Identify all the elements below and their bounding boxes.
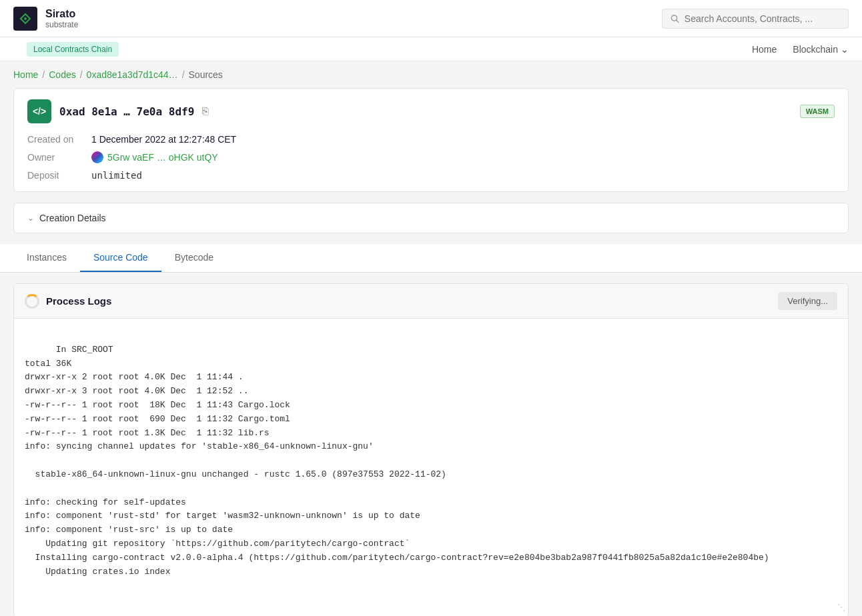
resize-handle[interactable]: ⋱ bbox=[837, 602, 845, 615]
nav-blockchain[interactable]: Blockchain ⌄ bbox=[793, 44, 849, 55]
top-nav: Home Blockchain ⌄ bbox=[752, 44, 849, 55]
owner-row: Owner 5Grw vaEF … oHGK utQY bbox=[27, 151, 835, 163]
contract-hash: 0xad 8e1a … 7e0a 8df9 bbox=[59, 105, 194, 118]
contract-card: </> 0xad 8e1a … 7e0a 8df9 ⎘ WASM Created… bbox=[13, 88, 849, 192]
owner-address: 5Grw vaEF … oHGK utQY bbox=[107, 152, 218, 163]
breadcrumb-home[interactable]: Home bbox=[13, 69, 38, 80]
logs-header: Process Logs Verifying... bbox=[14, 284, 848, 319]
tab-source-code[interactable]: Source Code bbox=[80, 244, 161, 272]
owner-avatar bbox=[91, 151, 103, 163]
nav-home[interactable]: Home bbox=[752, 44, 777, 55]
page-content: Home / Codes / 0xad8e1a3d7d1c44… / Sourc… bbox=[0, 61, 862, 616]
breadcrumb: Home / Codes / 0xad8e1a3d7d1c44… / Sourc… bbox=[0, 61, 862, 88]
search-input[interactable] bbox=[685, 13, 840, 24]
breadcrumb-sep-2: / bbox=[80, 69, 83, 80]
logs-content: In SRC_ROOT total 36K drwxr-xr-x 2 root … bbox=[14, 319, 848, 616]
breadcrumb-sep-1: / bbox=[42, 69, 45, 80]
breadcrumb-hash[interactable]: 0xad8e1a3d7d1c44… bbox=[87, 69, 178, 80]
deposit-value: unlimited bbox=[91, 170, 142, 181]
wasm-badge: WASM bbox=[800, 105, 835, 118]
copy-icon[interactable]: ⎘ bbox=[202, 105, 209, 117]
contract-id-row: </> 0xad 8e1a … 7e0a 8df9 ⎘ bbox=[27, 99, 209, 123]
deposit-label: Deposit bbox=[27, 170, 81, 181]
tabs-container: Instances Source Code Bytecode bbox=[0, 244, 862, 273]
deposit-row: Deposit unlimited bbox=[27, 170, 835, 181]
search-box[interactable] bbox=[662, 9, 849, 29]
svg-line-2 bbox=[677, 20, 679, 22]
contract-header: </> 0xad 8e1a … 7e0a 8df9 ⎘ WASM bbox=[27, 99, 835, 123]
created-on-label: Created on bbox=[27, 134, 81, 145]
created-on-value: 1 December 2022 at 12:27:48 CET bbox=[91, 134, 236, 145]
contract-info: Created on 1 December 2022 at 12:27:48 C… bbox=[27, 134, 835, 181]
header: Sirato substrate bbox=[0, 0, 862, 37]
header-right bbox=[662, 9, 849, 29]
tabs: Instances Source Code Bytecode bbox=[13, 244, 849, 272]
header-left: Sirato substrate bbox=[13, 7, 78, 31]
chevron-down-icon: ⌄ bbox=[841, 44, 849, 55]
brand-sub: substrate bbox=[45, 20, 78, 29]
svg-point-0 bbox=[24, 17, 27, 20]
created-on-row: Created on 1 December 2022 at 12:27:48 C… bbox=[27, 134, 835, 145]
code-icon: </> bbox=[27, 99, 51, 123]
breadcrumb-current: Sources bbox=[189, 69, 223, 80]
chevron-down-icon: ⌄ bbox=[27, 213, 34, 223]
chain-badge-container: Local Contracts Chain bbox=[13, 37, 132, 62]
verifying-button[interactable]: Verifying... bbox=[778, 292, 837, 310]
top-bar: Local Contracts Chain Home Blockchain ⌄ bbox=[0, 37, 862, 61]
logs-title-row: Process Logs bbox=[25, 294, 111, 309]
loading-spinner bbox=[25, 294, 39, 309]
process-logs-section: Process Logs Verifying... In SRC_ROOT to… bbox=[13, 283, 849, 616]
owner-label: Owner bbox=[27, 152, 81, 163]
brand-info: Sirato substrate bbox=[45, 7, 78, 29]
search-icon bbox=[671, 14, 679, 23]
logs-text: In SRC_ROOT total 36K drwxr-xr-x 2 root … bbox=[25, 345, 769, 577]
code-icon-text: </> bbox=[33, 106, 46, 117]
logo bbox=[13, 7, 37, 31]
tab-instances[interactable]: Instances bbox=[13, 244, 80, 272]
chain-badge: Local Contracts Chain bbox=[27, 42, 119, 57]
breadcrumb-sep-3: / bbox=[182, 69, 185, 80]
creation-details-label: Creation Details bbox=[39, 213, 106, 223]
brand-name: Sirato bbox=[45, 7, 78, 20]
breadcrumb-codes[interactable]: Codes bbox=[49, 69, 75, 80]
tab-bytecode[interactable]: Bytecode bbox=[161, 244, 227, 272]
logs-title: Process Logs bbox=[46, 295, 111, 307]
creation-details[interactable]: ⌄ Creation Details bbox=[13, 203, 849, 233]
blockchain-label: Blockchain bbox=[793, 44, 838, 55]
owner-value[interactable]: 5Grw vaEF … oHGK utQY bbox=[91, 151, 218, 163]
